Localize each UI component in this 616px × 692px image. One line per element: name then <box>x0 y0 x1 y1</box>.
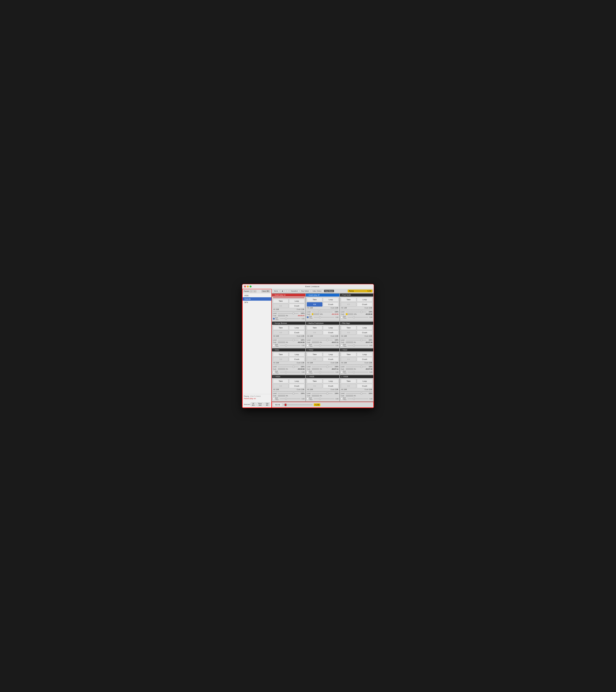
roll-track-12[interactable] <box>348 398 369 399</box>
take-button-3[interactable]: Take <box>341 298 356 302</box>
roll-checkbox-7[interactable] <box>273 371 275 373</box>
roll-track-10[interactable] <box>280 398 301 399</box>
level-thumb-4[interactable] <box>293 339 294 341</box>
level-track-12[interactable] <box>346 393 367 394</box>
level-thumb-5[interactable] <box>327 339 328 341</box>
roll-track-7[interactable] <box>280 372 301 372</box>
level-track-11[interactable] <box>312 393 332 394</box>
kill-button-8[interactable]: Kill <box>307 357 322 362</box>
kill-button-5[interactable]: Kill <box>307 330 322 335</box>
roll-checkbox-10[interactable] <box>273 398 275 400</box>
crush-button-11[interactable]: Crush <box>323 384 338 388</box>
level-track-3[interactable] <box>346 312 367 312</box>
crush-button-4[interactable]: Crush <box>289 330 305 335</box>
save-button[interactable]: Save ⌘S <box>261 290 270 293</box>
level-track-4[interactable] <box>278 340 299 341</box>
kill-button-10[interactable]: Kill <box>273 384 288 388</box>
select-all-button[interactable]: All ⌘A <box>251 403 256 406</box>
crush-button-1[interactable]: Crush <box>289 304 305 308</box>
playing-hint[interactable]: (Click To Select) <box>250 395 261 397</box>
level-track-9[interactable] <box>346 367 367 367</box>
kill-all-button[interactable]: Kill All <box>273 403 282 407</box>
take-button-1[interactable]: Take <box>273 299 288 303</box>
roll-track-8[interactable] <box>314 372 334 372</box>
close-button[interactable] <box>244 285 246 287</box>
add-item-button[interactable]: + <box>285 290 288 292</box>
roll-track-9[interactable] <box>348 372 369 372</box>
kill-button-2[interactable]: Kill <box>307 302 322 306</box>
level-track-10[interactable] <box>278 393 299 394</box>
loop-button-9[interactable]: Loop <box>357 352 372 356</box>
index-select-button[interactable]: Index Select: <box>311 290 323 292</box>
level-thumb-7[interactable] <box>293 366 294 368</box>
roll-thumb-8[interactable] <box>319 371 321 373</box>
roll-checkbox-1[interactable]: ✓ <box>273 318 275 320</box>
roll-thumb-1[interactable] <box>285 318 287 320</box>
kill-button-9[interactable]: Kill <box>341 357 356 362</box>
crush-button-5[interactable]: Crush <box>323 330 338 335</box>
loop-button-10[interactable]: Loop <box>289 379 305 383</box>
take-button-11[interactable]: Take <box>307 379 322 383</box>
level-track-6[interactable] <box>346 340 367 341</box>
level-track-1[interactable] <box>278 313 299 314</box>
roll-checkbox-8[interactable] <box>307 371 309 373</box>
roll-track-6[interactable] <box>348 345 369 346</box>
roll-thumb-6[interactable] <box>353 344 355 346</box>
level-thumb-12[interactable] <box>361 392 362 394</box>
loop-button-3[interactable]: Loop <box>357 298 372 302</box>
take-button-12[interactable]: Take <box>341 379 356 383</box>
roll-checkbox-2[interactable]: ✓ <box>307 316 309 318</box>
roll-thumb-3[interactable] <box>353 316 355 318</box>
roll-thumb-11[interactable] <box>319 398 321 400</box>
roll-checkbox-5[interactable] <box>307 345 309 346</box>
roll-thumb-5[interactable] <box>319 344 321 346</box>
crush-button-2[interactable]: Crush <box>323 302 338 306</box>
roll-track-2[interactable] <box>314 317 334 318</box>
level-thumb-6[interactable] <box>361 339 362 341</box>
level-thumb-8[interactable] <box>327 366 328 368</box>
roll-checkbox-9[interactable] <box>341 371 343 373</box>
roll-track-3[interactable] <box>348 317 369 318</box>
take-button-8[interactable]: Take <box>307 352 322 356</box>
loop-button-6[interactable]: Loop <box>357 326 372 330</box>
roll-thumb-7[interactable] <box>285 371 287 373</box>
level-thumb-9[interactable] <box>361 366 362 368</box>
sidebar-minus-button[interactable]: − <box>250 290 253 293</box>
level-track-5[interactable] <box>312 340 332 341</box>
take-button-7[interactable]: Take <box>273 352 288 356</box>
kill-button-11[interactable]: Kill <box>307 384 322 388</box>
items-button[interactable]: Items <box>273 290 280 292</box>
take-button-10[interactable]: Take <box>273 379 288 383</box>
select-edit-button[interactable]: Edit ⌘E <box>264 403 270 406</box>
crush-button-9[interactable]: Crush <box>357 357 372 362</box>
kill-button-12[interactable]: Kill <box>341 384 356 388</box>
kill-button-7[interactable]: Kill <box>273 357 288 362</box>
loop-button-1[interactable]: Loop <box>289 299 305 303</box>
level-thumb-3[interactable] <box>361 311 362 313</box>
crush-button-7[interactable]: Crush <box>289 357 305 362</box>
loop-button-4[interactable]: Loop <box>289 326 305 330</box>
back-button[interactable]: ◀ <box>280 290 284 293</box>
crush-button-3[interactable]: Crush <box>357 302 372 306</box>
minimize-button[interactable] <box>247 285 249 287</box>
crush-button-6[interactable]: Crush <box>357 330 372 335</box>
key-direct-button[interactable]: Key Direct <box>324 290 334 292</box>
level-thumb-1[interactable] <box>293 312 294 315</box>
roll-thumb-10[interactable] <box>285 398 287 400</box>
roll-checkbox-12[interactable] <box>341 398 343 400</box>
loop-button-5[interactable]: Loop <box>323 326 338 330</box>
keyselect-button[interactable]: Keyselect <box>289 290 299 292</box>
roll-thumb-4[interactable] <box>285 344 287 346</box>
level-thumb-11[interactable] <box>327 392 328 394</box>
take-button-9[interactable]: Take <box>341 352 356 356</box>
roll-track-1[interactable] <box>280 319 301 319</box>
roll-checkbox-4[interactable] <box>273 345 275 346</box>
roll-track-5[interactable] <box>314 345 334 346</box>
kill-all-thumb[interactable] <box>285 404 286 406</box>
crush-button-10[interactable]: Crush <box>289 384 305 388</box>
ramp-slider[interactable] <box>354 290 366 291</box>
level-thumb-10[interactable] <box>293 392 294 394</box>
roll-checkbox-6[interactable] <box>341 345 343 346</box>
roll-checkbox-11[interactable] <box>307 398 309 400</box>
level-thumb-2[interactable] <box>318 311 320 313</box>
